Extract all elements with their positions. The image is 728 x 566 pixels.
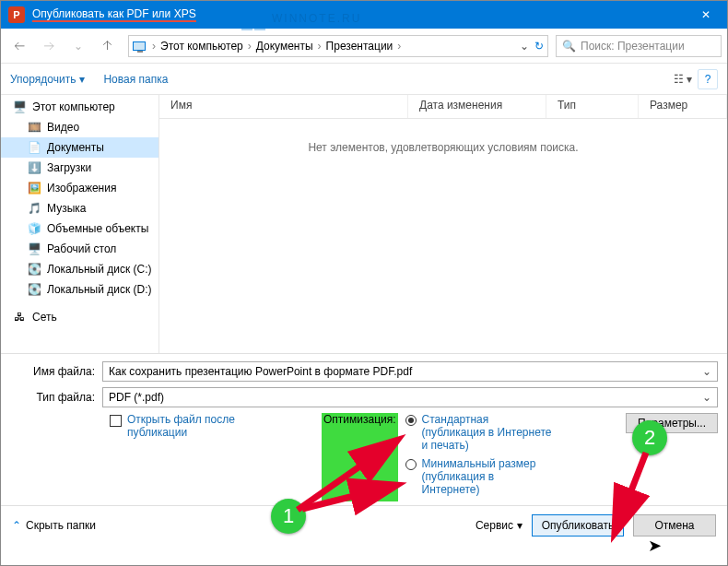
chevron-down-icon: ▾ [517, 519, 523, 532]
help-button[interactable]: ? [698, 69, 718, 89]
images-icon: 🖼️ [27, 181, 41, 195]
cancel-button[interactable]: Отмена [633, 514, 716, 537]
objects-icon: 🧊 [27, 221, 41, 236]
sidebar-item-disk-c[interactable]: 💽Локальный диск (C:) [1, 259, 159, 279]
sidebar-item-downloads[interactable]: ⬇️Загрузки [1, 158, 159, 178]
footer: ⌃ Скрыть папки Сервис ▾ Опубликовать Отм… [1, 505, 727, 544]
search-placeholder: Поиск: Презентации [581, 40, 685, 53]
chevron-down-icon: ▾ [79, 73, 85, 86]
hide-folders-link[interactable]: ⌃ Скрыть папки [12, 519, 96, 532]
sidebar-item-documents[interactable]: 📄Документы [1, 137, 159, 158]
chevron-right-icon[interactable]: › [248, 40, 252, 53]
network-icon: 🖧 [12, 310, 27, 324]
address-dropdown-icon[interactable]: ⌄ [520, 40, 529, 53]
disk-icon: 💽 [27, 262, 41, 277]
view-options-button[interactable]: ☷ ▾ [674, 73, 692, 86]
optimization-standard-radio[interactable]: Стандартная (публикация в Интернете и пе… [405, 413, 553, 452]
breadcrumb-pres[interactable]: Презентации [326, 40, 393, 53]
powerpoint-app-icon: P [8, 6, 25, 23]
filetype-dropdown[interactable]: PDF (*.pdf) [102, 387, 718, 407]
toolbar: Упорядочить▾ Новая папка ☷ ▾ ? [1, 64, 727, 95]
cursor-icon: ➤ [648, 536, 662, 556]
documents-icon: 📄 [27, 140, 41, 155]
annotation-badge-1: 1 [271, 499, 306, 534]
computer-icon: 🖥️ [12, 100, 27, 114]
downloads-icon: ⬇️ [27, 160, 41, 175]
optimization-label: Оптимизация: [322, 413, 398, 501]
checkbox-icon [110, 415, 122, 427]
search-icon: 🔍 [562, 40, 576, 53]
chevron-right-icon[interactable]: › [397, 40, 401, 53]
computer-icon [133, 41, 146, 51]
address-bar[interactable]: › Этот компьютер › Документы › Презентац… [128, 35, 548, 57]
sidebar-item-images[interactable]: 🖼️Изображения [1, 178, 159, 198]
save-form: Имя файла: Как сохранить презентацию Pow… [1, 353, 727, 505]
sidebar-item-3dobjects[interactable]: 🧊Объемные объекты [1, 218, 159, 239]
sidebar: 🖥️Этот компьютер 🎞️Видео 📄Документы ⬇️За… [1, 95, 159, 353]
radio-icon [405, 459, 417, 470]
filename-input[interactable]: Как сохранить презентацию PowerPoint в ф… [102, 361, 718, 382]
sidebar-item-video[interactable]: 🎞️Видео [1, 117, 159, 137]
optimization-minimal-radio[interactable]: Минимальный размер (публикация в Интерне… [405, 457, 553, 496]
video-icon: 🎞️ [27, 120, 41, 135]
sidebar-item-music[interactable]: 🎵Музыка [1, 198, 159, 218]
chevron-right-icon[interactable]: › [152, 40, 156, 53]
chevron-right-icon[interactable]: › [318, 40, 322, 53]
close-button[interactable]: ✕ [685, 1, 727, 29]
breadcrumb-docs[interactable]: Документы [256, 40, 313, 53]
refresh-icon[interactable]: ↻ [534, 40, 544, 53]
sidebar-item-disk-d[interactable]: 💽Локальный диск (D:) [1, 279, 159, 300]
forward-button[interactable]: 🡢 [36, 33, 62, 59]
list-header: Имя Дата изменения Тип Размер [159, 95, 727, 119]
disk-icon: 💽 [27, 282, 41, 297]
file-list: Имя Дата изменения Тип Размер Нет элемен… [159, 95, 727, 353]
main-area: 🖥️Этот компьютер 🎞️Видео 📄Документы ⬇️За… [1, 95, 727, 353]
filetype-label: Тип файла: [10, 391, 102, 404]
organize-menu[interactable]: Упорядочить▾ [10, 73, 85, 86]
radio-icon [405, 415, 417, 426]
empty-list-message: Нет элементов, удовлетворяющих условиям … [159, 119, 727, 154]
publish-button[interactable]: Опубликовать [532, 514, 624, 537]
recent-dropdown[interactable]: ⌄ [65, 33, 91, 59]
optimization-minimal-label: Минимальный размер (публикация в Интерне… [422, 457, 553, 496]
chevron-up-icon: ⌃ [12, 519, 21, 532]
sidebar-item-network[interactable]: 🖧Сеть [1, 307, 159, 327]
titlebar: P Опубликовать как PDF или XPS ✕ [1, 1, 727, 29]
annotation-badge-2: 2 [632, 420, 667, 455]
column-size[interactable]: Размер [639, 95, 727, 118]
window-title: Опубликовать как PDF или XPS [32, 7, 196, 22]
music-icon: 🎵 [27, 201, 41, 216]
sidebar-item-desktop[interactable]: 🖥️Рабочий стол [1, 239, 159, 259]
column-date[interactable]: Дата изменения [408, 95, 546, 118]
column-type[interactable]: Тип [546, 95, 639, 118]
column-name[interactable]: Имя [159, 95, 408, 118]
up-button[interactable]: 🡡 [95, 33, 121, 59]
breadcrumb: › Этот компьютер › Документы › Презентац… [149, 40, 404, 53]
breadcrumb-pc[interactable]: Этот компьютер [160, 40, 243, 53]
navigation-row: 🡠 🡢 ⌄ 🡡 › Этот компьютер › Документы › П… [1, 29, 727, 64]
filename-label: Имя файла: [10, 365, 102, 378]
open-after-label: Открыть файл после публикации [127, 413, 294, 439]
open-after-checkbox[interactable]: Открыть файл после публикации [110, 413, 294, 439]
new-folder-button[interactable]: Новая папка [103, 73, 168, 86]
optimization-standard-label: Стандартная (публикация в Интернете и пе… [422, 413, 553, 452]
search-input[interactable]: 🔍 Поиск: Презентации [556, 35, 722, 57]
service-menu[interactable]: Сервис ▾ [476, 519, 523, 532]
desktop-icon: 🖥️ [27, 242, 41, 256]
back-button[interactable]: 🡠 [6, 33, 32, 59]
sidebar-item-pc[interactable]: 🖥️Этот компьютер [1, 97, 159, 117]
